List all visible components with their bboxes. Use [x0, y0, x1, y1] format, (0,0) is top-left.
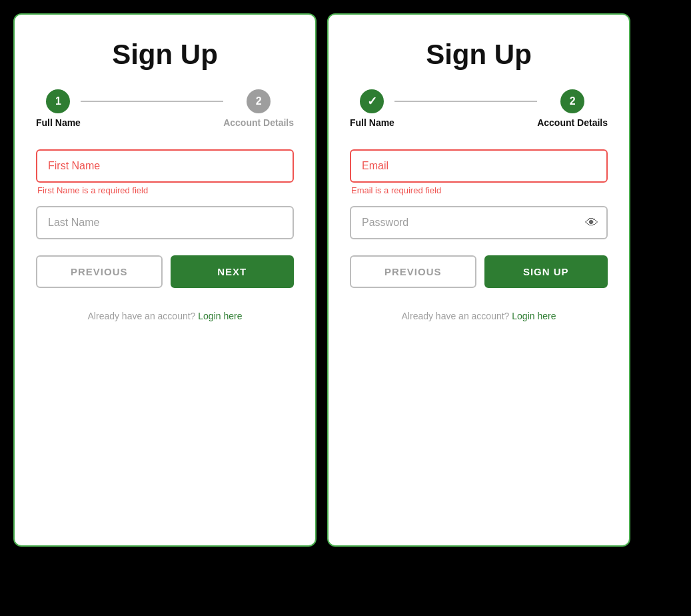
left-login-link[interactable]: Login here: [198, 311, 242, 321]
last-name-input[interactable]: [36, 206, 294, 239]
right-btn-row: PREVIOUS SIGN UP: [350, 255, 608, 288]
right-step2-circle: 2: [560, 89, 584, 113]
left-step-1: 1 Full Name: [36, 89, 81, 128]
right-title: Sign Up: [426, 39, 532, 71]
right-step-2: 2 Account Details: [537, 89, 608, 128]
password-input[interactable]: [350, 206, 608, 239]
left-step2-label: Account Details: [223, 117, 294, 128]
left-title: Sign Up: [112, 39, 218, 71]
left-stepper: 1 Full Name 2 Account Details: [36, 89, 294, 128]
left-signup-card: Sign Up 1 Full Name 2 Account Details Fi…: [13, 13, 317, 547]
password-wrapper: 👁: [350, 206, 608, 239]
eye-icon[interactable]: 👁: [585, 215, 598, 231]
right-stepper: ✓ Full Name 2 Account Details: [350, 89, 608, 128]
last-name-field-wrapper: [36, 206, 294, 239]
first-name-field-wrapper: First Name is a required field: [36, 149, 294, 195]
email-error: Email is a required field: [351, 185, 608, 195]
right-form: Email is a required field 👁 PREVIOUS SIG…: [350, 149, 608, 321]
left-previous-button[interactable]: PREVIOUS: [36, 255, 163, 288]
left-btn-row: PREVIOUS NEXT: [36, 255, 294, 288]
left-step1-circle: 1: [46, 89, 70, 113]
left-step-2: 2 Account Details: [223, 89, 294, 128]
right-step2-label: Account Details: [537, 117, 608, 128]
left-step2-circle: 2: [247, 89, 271, 113]
left-form: First Name is a required field PREVIOUS …: [36, 149, 294, 321]
right-signup-button[interactable]: SIGN UP: [484, 255, 608, 288]
first-name-input[interactable]: [36, 149, 294, 183]
email-field-wrapper: Email is a required field: [350, 149, 608, 195]
left-login-link-area: Already have an account? Login here: [36, 311, 294, 321]
right-step-1: ✓ Full Name: [350, 89, 394, 128]
left-step-connector: [81, 101, 223, 102]
right-login-link[interactable]: Login here: [512, 311, 556, 321]
right-step-connector: [394, 101, 537, 102]
right-previous-button[interactable]: PREVIOUS: [350, 255, 476, 288]
email-input[interactable]: [350, 149, 608, 183]
right-step1-circle: ✓: [360, 89, 384, 113]
left-step1-label: Full Name: [36, 117, 81, 128]
right-step1-label: Full Name: [350, 117, 394, 128]
right-login-link-area: Already have an account? Login here: [350, 311, 608, 321]
first-name-error: First Name is a required field: [37, 185, 294, 195]
right-signup-card: Sign Up ✓ Full Name 2 Account Details Em…: [327, 13, 630, 547]
password-field-wrapper: 👁: [350, 206, 608, 239]
left-next-button[interactable]: NEXT: [171, 255, 295, 288]
